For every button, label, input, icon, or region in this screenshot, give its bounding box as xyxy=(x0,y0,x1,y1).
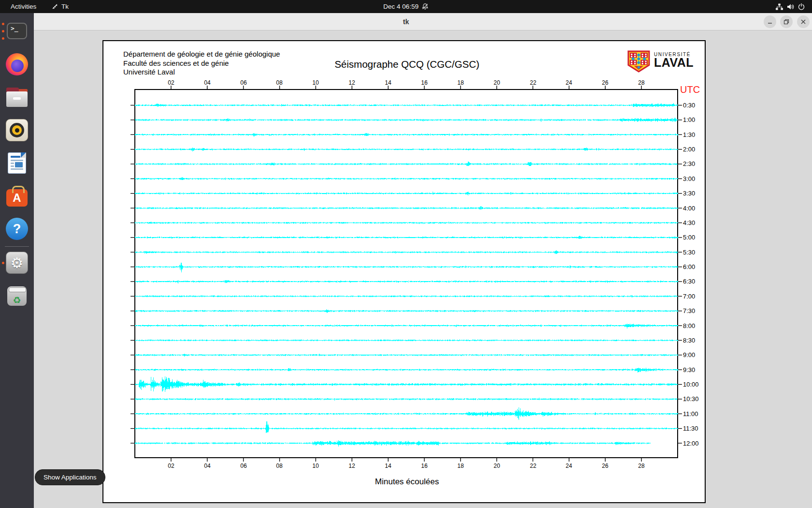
tk-window: tk Département de géologie et de génie g… xyxy=(34,13,812,508)
seismogram-plot xyxy=(103,41,705,502)
bottom-axis-tick-label: 18 xyxy=(452,463,469,469)
dock-item-help[interactable]: ? xyxy=(6,218,28,240)
focused-app-indicator[interactable]: Tk xyxy=(51,0,69,13)
utc-row-label: 6:00 xyxy=(683,263,695,270)
dock: >_A?⚙♻ xyxy=(0,13,34,508)
bottom-axis-tick-label: 04 xyxy=(199,463,216,469)
top-axis-tick-label: 28 xyxy=(633,79,650,86)
maximize-button[interactable] xyxy=(780,15,793,28)
clock-menu[interactable]: Dec 4 06:59 xyxy=(383,0,429,13)
bottom-axis-tick-label: 08 xyxy=(271,463,288,469)
settings-gear-icon: ⚙ xyxy=(6,252,28,274)
utc-row-label: 7:30 xyxy=(683,307,695,314)
activities-button[interactable]: Activities xyxy=(8,0,39,13)
seismogram-trace-4:00 xyxy=(135,206,678,209)
bottom-axis-tick-label: 06 xyxy=(235,463,252,469)
utc-row-label: 10:30 xyxy=(683,395,699,403)
dock-item-files[interactable] xyxy=(6,86,28,108)
utc-row-label: 3:00 xyxy=(683,175,695,182)
top-axis-tick-label: 08 xyxy=(271,79,288,86)
top-axis-tick-label: 04 xyxy=(199,79,216,86)
dock-item-firefox[interactable] xyxy=(6,53,28,75)
window-title: tk xyxy=(403,13,409,30)
dock-item-writer[interactable] xyxy=(6,152,28,174)
utc-row-label: 1:30 xyxy=(683,131,695,138)
bottom-axis-tick-label: 12 xyxy=(344,463,360,469)
tk-feather-icon xyxy=(51,3,58,10)
top-axis-tick-label: 06 xyxy=(235,79,252,86)
seismogram-trace-9:30 xyxy=(135,368,678,373)
top-axis-tick-label: 24 xyxy=(561,79,577,86)
top-axis-tick-label: 20 xyxy=(489,79,505,86)
seismogram-trace-11:30 xyxy=(135,421,678,433)
dock-item-software[interactable]: A xyxy=(6,185,28,207)
trash-icon: ♻ xyxy=(7,286,27,306)
network-wired-icon xyxy=(775,3,783,11)
close-button[interactable] xyxy=(797,15,810,28)
libreoffice-writer-icon xyxy=(8,152,26,174)
utc-row-label: 2:30 xyxy=(683,160,695,167)
utc-row-label: 8:30 xyxy=(683,337,695,344)
utc-row-label: 7:00 xyxy=(683,293,695,300)
bottom-axis-tick-label: 24 xyxy=(561,463,577,469)
dock-divider xyxy=(5,246,29,247)
seismogram-trace-7:00 xyxy=(135,295,678,298)
top-axis-tick-label: 18 xyxy=(452,79,469,86)
seismograph-canvas: Département de géologie et de génie géol… xyxy=(102,40,706,503)
ubuntu-software-icon: A xyxy=(6,189,28,207)
bottom-axis-tick-label: 14 xyxy=(380,463,396,469)
running-indicator-dot xyxy=(2,262,4,264)
notifications-disabled-icon xyxy=(421,3,429,10)
power-icon xyxy=(798,3,805,11)
running-indicator-dot xyxy=(2,30,4,32)
terminal-icon: >_ xyxy=(7,23,27,39)
window-titlebar[interactable]: tk xyxy=(34,13,812,30)
help-icon: ? xyxy=(6,218,28,240)
seismogram-trace-11:00 xyxy=(135,407,678,420)
utc-row-label: 4:00 xyxy=(683,205,695,212)
utc-row-label: 2:00 xyxy=(683,146,695,153)
bottom-axis-tick-label: 02 xyxy=(163,463,179,469)
utc-row-label: 5:30 xyxy=(683,249,695,256)
utc-row-label: 5:00 xyxy=(683,234,695,241)
system-tray[interactable] xyxy=(775,0,805,13)
seismogram-trace-0:30 xyxy=(135,103,678,107)
show-applications-tooltip: Show Applications xyxy=(35,469,105,485)
minimize-button[interactable] xyxy=(764,15,776,28)
utc-row-label: 3:30 xyxy=(683,190,695,197)
seismogram-trace-12:00 xyxy=(135,440,650,447)
seismogram-trace-10:30 xyxy=(135,398,678,401)
seismogram-trace-3:00 xyxy=(135,177,678,180)
seismogram-trace-1:30 xyxy=(135,133,678,137)
dock-item-trash[interactable]: ♻ xyxy=(6,285,28,307)
top-bar: Activities Tk Dec 4 06:59 xyxy=(0,0,812,13)
top-axis-tick-label: 22 xyxy=(525,79,541,86)
seismogram-trace-1:00 xyxy=(135,118,678,122)
utc-row-label: 11:30 xyxy=(683,425,698,432)
running-indicator-dot xyxy=(2,23,4,25)
dock-item-terminal[interactable]: >_ xyxy=(6,20,28,42)
bottom-axis-tick-label: 16 xyxy=(416,463,433,469)
bottom-axis-tick-label: 20 xyxy=(489,463,505,469)
dock-item-rhythmbox[interactable] xyxy=(6,119,28,141)
top-axis-tick-label: 10 xyxy=(307,79,324,86)
seismogram-trace-8:30 xyxy=(135,339,678,342)
seismogram-trace-6:30 xyxy=(135,280,678,284)
top-axis-tick-label: 12 xyxy=(344,79,360,86)
utc-row-label: 9:30 xyxy=(683,366,695,374)
seismogram-trace-5:30 xyxy=(135,250,678,254)
top-axis-tick-label: 02 xyxy=(163,79,179,86)
utc-row-label: 10:00 xyxy=(683,381,699,388)
seismogram-trace-5:00 xyxy=(135,236,678,239)
seismogram-trace-8:00 xyxy=(135,324,678,329)
bottom-axis-tick-label: 10 xyxy=(307,463,324,469)
bottom-axis-tick-label: 22 xyxy=(525,463,541,469)
utc-row-label: 12:00 xyxy=(683,440,699,447)
seismogram-trace-10:00 xyxy=(135,376,678,392)
seismogram-trace-9:00 xyxy=(135,354,678,357)
bottom-axis-tick-label: 26 xyxy=(597,463,613,469)
rhythmbox-icon xyxy=(6,119,28,141)
top-axis-tick-label: 14 xyxy=(380,79,396,86)
seismogram-trace-2:30 xyxy=(135,162,678,166)
dock-item-settings[interactable]: ⚙ xyxy=(6,252,28,274)
